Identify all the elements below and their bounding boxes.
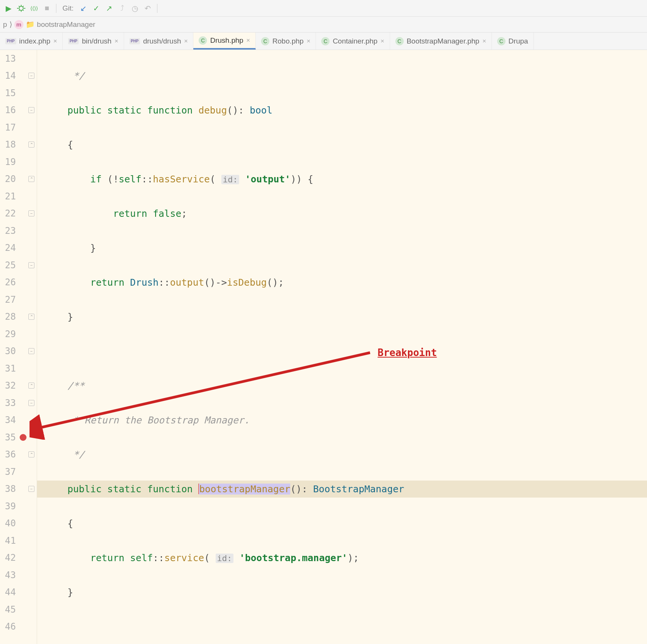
tab-label: Container.php (333, 37, 377, 45)
tab-index-php[interactable]: PHP index.php × (0, 33, 63, 50)
tab-robo-php[interactable]: C Robo.php × (256, 33, 316, 50)
git-label: Git: (62, 4, 74, 12)
fold-icon[interactable]: − (28, 262, 34, 268)
tab-bin-drush[interactable]: PHP bin/drush × (63, 33, 124, 50)
code-text: self (119, 174, 142, 185)
fold-icon[interactable]: − (28, 400, 34, 406)
tab-label: bin/drush (82, 37, 111, 45)
code-text: output (170, 277, 204, 288)
tab-drupal[interactable]: C Drupa (492, 33, 534, 50)
fold-icon[interactable]: − (28, 73, 34, 79)
git-branch-icon[interactable]: ⤴ (117, 3, 128, 14)
tab-label: Drush.php (210, 36, 243, 45)
close-icon[interactable]: × (184, 37, 188, 45)
fold-icon[interactable]: ⌃ (28, 383, 34, 389)
close-icon[interactable]: × (53, 37, 57, 45)
line-number: 42 (0, 552, 17, 563)
debug-step-icon[interactable]: ⟨⟨⟩⟩ (29, 3, 39, 14)
code-text: BootstrapManager (313, 484, 404, 495)
line-number: 27 (0, 294, 17, 305)
line-number: 32 (0, 380, 17, 391)
line-number: 17 (0, 122, 17, 133)
git-pull-icon[interactable]: ↙ (78, 3, 89, 14)
breakpoint-marker[interactable] (20, 434, 26, 441)
code-text: public (67, 484, 101, 495)
history-icon[interactable]: ◷ (130, 3, 140, 14)
close-icon[interactable]: × (306, 37, 310, 45)
line-number: 18 (0, 139, 17, 150)
breadcrumb-function[interactable]: bootstrapManager (37, 20, 95, 29)
breadcrumb-separator: ⟩ (9, 20, 12, 29)
tab-drush-php[interactable]: C Drush.php × (193, 33, 256, 50)
fold-icon[interactable]: ⌃ (28, 451, 34, 457)
fold-icon[interactable]: ⌃ (28, 142, 34, 148)
line-number: 34 (0, 415, 17, 425)
line-number: 35 (0, 432, 17, 443)
line-number: 13 (0, 53, 17, 64)
code-text: } (67, 587, 73, 598)
git-commit-icon[interactable]: ✓ (91, 3, 102, 14)
gutter[interactable]: 13 14− 15 16− 17 18⌃ 19 20⌃ 21 22− 23 24… (0, 50, 37, 644)
code-area[interactable]: */ public static function debug(): bool … (37, 50, 647, 644)
code-text: self (130, 552, 153, 563)
line-number: 16 (0, 105, 17, 115)
line-number: 36 (0, 449, 17, 460)
class-icon: C (261, 37, 269, 45)
close-icon[interactable]: × (115, 37, 118, 45)
line-number: 23 (0, 226, 17, 236)
tab-bootstrapmanager-php[interactable]: C BootstrapManager.php × (390, 33, 492, 50)
fold-icon[interactable]: − (28, 107, 34, 113)
stop-icon[interactable]: ■ (42, 3, 52, 14)
separator (157, 4, 157, 13)
line-number: 44 (0, 587, 17, 597)
breadcrumb-item[interactable]: p (3, 20, 7, 29)
code-text: return (113, 208, 147, 219)
git-push-icon[interactable]: ↗ (104, 3, 115, 14)
debug-bug-icon[interactable] (16, 3, 26, 14)
code-text: } (90, 243, 96, 254)
tab-label: BootstrapManager.php (407, 37, 479, 45)
class-icon: C (497, 37, 505, 45)
php-icon: PHP (129, 38, 140, 44)
fold-icon[interactable]: ⌃ (28, 176, 34, 182)
code-text: false (153, 208, 181, 219)
code-text: hasService (153, 174, 210, 185)
code-text: isDebug (227, 277, 267, 288)
param-hint: id: (221, 175, 240, 184)
code-editor[interactable]: 13 14− 15 16− 17 18⌃ 19 20⌃ 21 22− 23 24… (0, 50, 647, 644)
line-number: 33 (0, 398, 17, 408)
fold-icon[interactable]: ⌃ (28, 314, 34, 320)
tab-label: Drupa (509, 37, 528, 45)
line-number: 25 (0, 260, 17, 271)
code-text: return (90, 277, 124, 288)
tab-label: Robo.php (272, 37, 303, 45)
line-number: 41 (0, 535, 17, 546)
toolbar: ▶ ⟨⟨⟩⟩ ■ Git: ↙ ✓ ↗ ⤴ ◷ ↶ (0, 0, 647, 17)
code-text: static (107, 484, 142, 495)
code-text: static (107, 105, 142, 116)
line-number: 46 (0, 621, 17, 632)
code-text: * Return the Bootstrap Manager. (67, 415, 250, 426)
tab-drush-drush[interactable]: PHP drush/drush × (124, 33, 194, 50)
tab-container-php[interactable]: C Container.php × (316, 33, 390, 50)
close-icon[interactable]: × (482, 37, 486, 45)
code-text: */ (67, 449, 84, 460)
fold-icon[interactable]: − (28, 210, 34, 216)
undo-icon[interactable]: ↶ (143, 3, 153, 14)
debug-run-icon[interactable]: ▶ (3, 3, 14, 14)
line-number: 20 (0, 174, 17, 184)
breadcrumb: p ⟩ m 📁 bootstrapManager (0, 17, 647, 33)
line-number: 24 (0, 243, 17, 253)
line-number: 21 (0, 191, 17, 202)
code-text: { (67, 139, 73, 150)
fold-icon[interactable]: − (28, 348, 34, 354)
line-number: 31 (0, 363, 17, 374)
code-text: /** (67, 380, 84, 391)
close-icon[interactable]: × (246, 37, 250, 44)
folder-icon: 📁 (26, 20, 35, 29)
fold-icon[interactable]: − (28, 486, 34, 492)
line-number: 30 (0, 346, 17, 356)
close-icon[interactable]: × (381, 37, 384, 45)
code-text: function (147, 484, 193, 495)
code-text: Drush (130, 277, 159, 288)
